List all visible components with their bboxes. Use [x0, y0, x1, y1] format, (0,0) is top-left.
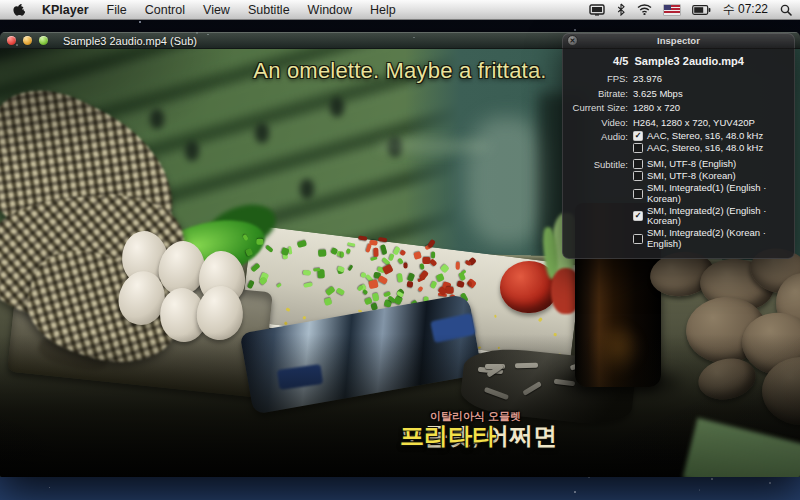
- subtitle-track-3-label: SMI, Integrated(1) (English · Korean): [647, 183, 787, 204]
- fps-value: 23.976: [633, 73, 662, 84]
- menu-kplayer[interactable]: KPlayer: [33, 0, 98, 20]
- current-size-label: Current Size:: [570, 102, 628, 113]
- subtitle-track-1[interactable]: SMI, UTF-8 (English): [633, 159, 787, 170]
- bitrate-value: 3.625 Mbps: [633, 88, 683, 99]
- wifi-menu-icon[interactable]: [637, 4, 652, 15]
- checkbox-icon[interactable]: [633, 143, 643, 153]
- inspector-close-icon[interactable]: [567, 35, 578, 46]
- checkbox-icon[interactable]: [633, 171, 643, 181]
- subtitle-track-4-label: SMI, Integrated(2) (English · Korean): [647, 206, 787, 227]
- current-size-value: 1280 x 720: [633, 102, 680, 113]
- star: [574, 491, 576, 493]
- menu-subtitle[interactable]: Subtitle: [239, 0, 299, 20]
- checkbox-icon[interactable]: ✓: [633, 131, 643, 141]
- star: [769, 482, 771, 484]
- star: [574, 29, 576, 31]
- bluetooth-menu-icon[interactable]: [617, 3, 625, 16]
- inspector-file-header: 4/5 Sample3 2audio.mp4: [566, 55, 791, 67]
- audio-track-1[interactable]: ✓ AAC, Stereo, s16, 48.0 kHz: [633, 131, 763, 142]
- subtitle-track-1-label: SMI, UTF-8 (English): [647, 159, 736, 170]
- menu-file[interactable]: File: [98, 0, 136, 20]
- file-name: Sample3 2audio.mp4: [634, 55, 743, 67]
- file-index: 4/5: [613, 55, 628, 67]
- audio-track-1-label: AAC, Stereo, s16, 48.0 kHz: [647, 131, 763, 142]
- checkbox-icon[interactable]: [633, 159, 643, 169]
- bitrate-row: Bitrate: 3.625 Mbps: [570, 88, 787, 99]
- audio-label: Audio:: [570, 131, 628, 142]
- subtitle-korean-highlight: 프리타타: [400, 420, 496, 452]
- window-title: Sample3 2audio.mp4 (Sub): [63, 35, 197, 47]
- inspector-titlebar[interactable]: Inspector: [562, 33, 795, 49]
- spotlight-icon[interactable]: [780, 4, 792, 16]
- menu-clock[interactable]: 수 07:22: [723, 1, 768, 18]
- subtitle-track-4[interactable]: ✓ SMI, Integrated(2) (English · Korean): [633, 206, 787, 227]
- subtitle-row: Subtitle: SMI, UTF-8 (English) SMI, UTF-…: [570, 159, 787, 251]
- star: [711, 478, 713, 480]
- close-button[interactable]: [7, 36, 16, 45]
- star: [139, 21, 141, 23]
- input-language-flag-icon[interactable]: [664, 5, 680, 15]
- menu-view[interactable]: View: [194, 0, 239, 20]
- inspector-title: Inspector: [657, 35, 700, 46]
- battery-menu-icon[interactable]: [692, 5, 711, 15]
- subtitle-track-2[interactable]: SMI, UTF-8 (Korean): [633, 171, 787, 182]
- subtitle-track-5[interactable]: SMI, Integrated(2) (Korean · English): [633, 228, 787, 249]
- video-row: Video: H264, 1280 x 720, YUV420P: [570, 117, 787, 128]
- subtitle-track-5-label: SMI, Integrated(2) (Korean · English): [647, 228, 787, 249]
- subtitle-track-2-label: SMI, UTF-8 (Korean): [647, 171, 736, 182]
- menu-window[interactable]: Window: [299, 0, 361, 20]
- menu-help[interactable]: Help: [361, 0, 405, 20]
- inspector-panel: Inspector 4/5 Sample3 2audio.mp4 FPS: 23…: [562, 33, 795, 259]
- fps-row: FPS: 23.976: [570, 73, 787, 84]
- display-menu-icon[interactable]: [589, 4, 605, 16]
- menu-bar: KPlayer File Control View Subtitle Windo…: [0, 0, 800, 20]
- fps-label: FPS:: [570, 73, 628, 84]
- audio-track-2[interactable]: AAC, Stereo, s16, 48.0 kHz: [633, 143, 763, 154]
- subtitle-label: Subtitle:: [570, 159, 628, 170]
- zoom-button[interactable]: [39, 36, 48, 45]
- checkbox-icon[interactable]: ✓: [633, 211, 643, 221]
- subtitle-track-3[interactable]: SMI, Integrated(1) (English · Korean): [633, 183, 787, 204]
- checkbox-icon[interactable]: [633, 189, 643, 199]
- star: [49, 487, 50, 488]
- video-label: Video:: [570, 117, 628, 128]
- menu-control[interactable]: Control: [136, 0, 194, 20]
- audio-track-2-label: AAC, Stereo, s16, 48.0 kHz: [647, 143, 763, 154]
- minimize-button[interactable]: [23, 36, 32, 45]
- apple-menu[interactable]: [8, 2, 33, 17]
- video-value: H264, 1280 x 720, YUV420P: [633, 117, 755, 128]
- bitrate-label: Bitrate:: [570, 88, 628, 99]
- checkbox-icon[interactable]: [633, 234, 643, 244]
- star: [699, 489, 700, 490]
- apple-icon: [12, 2, 25, 17]
- current-size-row: Current Size: 1280 x 720: [570, 102, 787, 113]
- audio-row: Audio: ✓ AAC, Stereo, s16, 48.0 kHz AAC,…: [570, 131, 787, 155]
